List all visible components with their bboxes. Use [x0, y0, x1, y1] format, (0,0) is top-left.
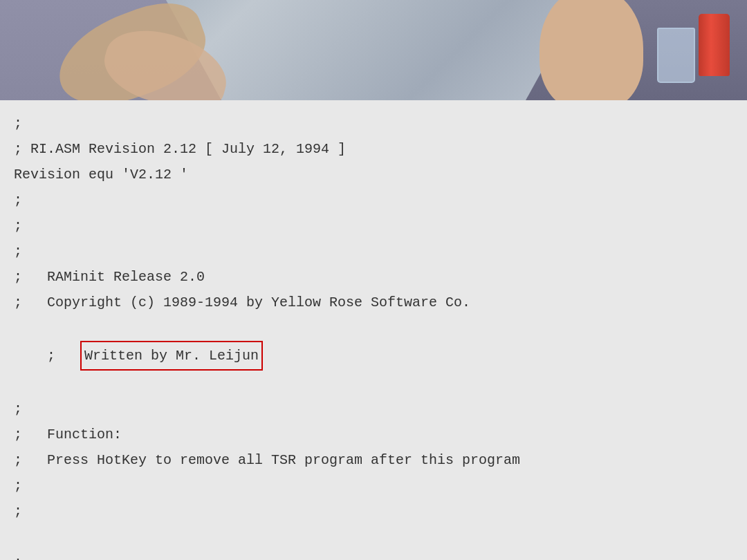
code-line-13: ; — [14, 473, 733, 498]
code-line-9-prefix: ; — [47, 348, 80, 364]
code-line-8: ; Copyright (c) 1989-1994 by Yellow Rose… — [14, 290, 733, 315]
code-line-4: ; — [14, 187, 733, 213]
code-line-11: ; Function: — [14, 422, 733, 447]
code-line-2: ; RI.ASM Revision 2.12 [ July 12, 1994 ] — [14, 136, 733, 162]
code-line-5: ; — [14, 213, 733, 239]
photo-section — [0, 0, 747, 100]
can — [699, 14, 730, 76]
head-right — [540, 0, 643, 100]
code-section: ; ; RI.ASM Revision 2.12 [ July 12, 1994… — [0, 100, 747, 560]
code-line-16: ; — [14, 550, 733, 560]
photo-background — [0, 0, 747, 100]
code-line-3: Revision equ 'V2.12 ' — [14, 162, 733, 187]
glass — [657, 28, 695, 83]
code-line-10: ; — [14, 396, 733, 422]
highlighted-text: Written by Mr. Leijun — [80, 341, 263, 371]
code-line-14: ; — [14, 498, 733, 524]
code-line-1: ; — [14, 111, 733, 136]
code-line-6: ; — [14, 239, 733, 264]
code-line-7: ; RAMinit Release 2.0 — [14, 264, 733, 290]
code-line-9: ; Written by Mr. Leijun — [14, 315, 733, 396]
code-line-15 — [14, 524, 733, 550]
code-line-12: ; Press HotKey to remove all TSR program… — [14, 447, 733, 473]
